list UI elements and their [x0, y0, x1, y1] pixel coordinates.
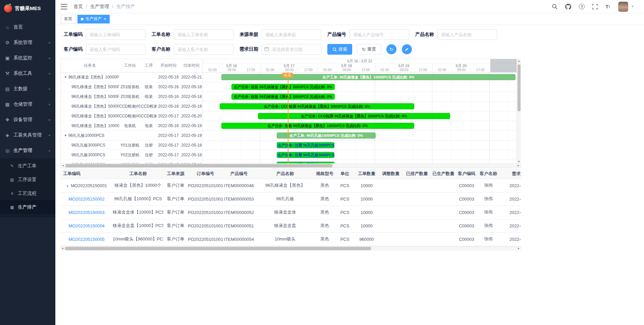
- github-icon[interactable]: [565, 4, 571, 10]
- sidebar-subitem[interactable]: ✎ 生产工单: [0, 159, 55, 173]
- gantt-bar[interactable]: 生产任务: 包装 96孔移液盒【黑色】10000PCS 完成比例: 0%: [221, 123, 414, 129]
- sidebar-toggle-icon[interactable]: [61, 4, 67, 9]
- gantt-grid-row[interactable]: 96孔移液盒【黑色】5000PCS Z02组装机 组装 2022-05-16 2…: [61, 92, 203, 102]
- work-order-link[interactable]: MO202205150005: [68, 237, 105, 242]
- scroll-up-icon[interactable]: ▲: [517, 60, 521, 62]
- breadcrumb-item[interactable]: 首页: [73, 4, 83, 10]
- filter-field: 产品名称: [415, 29, 497, 40]
- sidebar-item[interactable]: ▤ 主数据 ∨: [0, 81, 55, 97]
- sidebar-subitem[interactable]: ≡ 工艺流程: [0, 186, 55, 200]
- sidebar-item-label: 系统监控: [13, 55, 45, 61]
- search-icon[interactable]: [552, 4, 557, 9]
- gantt-bar[interactable]: 生产工单: 96孔孔板10000PCS 完成比例: 0%: [277, 132, 376, 139]
- gantt-vertical-scrollbar[interactable]: ▲ ▼: [517, 59, 521, 163]
- breadcrumb-item[interactable]: 生产排产: [116, 4, 135, 10]
- fullscreen-icon[interactable]: [592, 4, 598, 9]
- gantt-grid-row[interactable]: 96孔孔板3000PCS Y02注塑机 注塑 2022-05-17 2022-0…: [61, 150, 203, 160]
- scroll-down-icon[interactable]: ▼: [517, 160, 521, 163]
- expand-chevron-icon[interactable]: ∨: [66, 184, 69, 188]
- sidebar-subitem[interactable]: ▦ 生产排产: [0, 200, 55, 214]
- breadcrumb-item[interactable]: 生产管理: [90, 4, 109, 10]
- unit: PCS: [334, 232, 356, 246]
- day-label: 5月 17: [261, 63, 318, 68]
- scroll-left-icon[interactable]: ◄: [62, 164, 64, 167]
- timeline-week-label: 5月 16 - 5月 22: [203, 59, 517, 63]
- sidebar-item[interactable]: ⚙ 系统管理 ∨: [0, 35, 55, 50]
- gantt-grid-row[interactable]: 96孔移液盒【黑色】5000PCS Z01组装机 组装 2022-05-16 2…: [61, 82, 203, 92]
- hour-label: 01:00: [318, 68, 337, 72]
- sidebar-item[interactable]: ◈ 工装夹具管理 ∨: [0, 127, 55, 143]
- spec: 黑色: [315, 192, 334, 206]
- gantt-bar[interactable]: 生产任务: 注塑 96孔孔板3000PCS 完成比例: 0%: [277, 142, 334, 148]
- gantt-horizontal-scrollbar[interactable]: ◄ ►: [61, 163, 521, 168]
- filter-input[interactable]: [262, 29, 321, 40]
- refresh-gantt-button[interactable]: ↻: [386, 44, 396, 54]
- avatar-caret-icon[interactable]: ▼: [631, 5, 634, 8]
- adjust-qty: [378, 179, 404, 192]
- horizontal-scroll-thumb[interactable]: [65, 247, 371, 250]
- filter-input[interactable]: [262, 44, 321, 55]
- edit-schedule-button[interactable]: [402, 44, 412, 54]
- gantt-grid-row[interactable]: ▼ 96孔移液盒【黑色】10000PCS 2022-05-16 2022-05-…: [61, 72, 203, 82]
- gantt-bar[interactable]: 生产任务: 注塑 96孔孔板3000PCS 完成比例: 0%: [277, 152, 334, 158]
- vertical-scroll-thumb[interactable]: [518, 64, 521, 111]
- help-icon[interactable]: ?: [579, 4, 585, 9]
- gantt-bar[interactable]: 生产工单: 96孔移液盒【黑色】10000PCS 完成比例: 0%: [221, 74, 516, 80]
- reset-button[interactable]: ↻ 重置: [357, 44, 381, 55]
- filter-input[interactable]: [350, 29, 409, 40]
- sidebar-item[interactable]: ▦ 仓储管理 ∨: [0, 97, 55, 112]
- tab-label: 生产排产: [86, 16, 102, 22]
- sidebar-item-label: 系统工具: [13, 70, 45, 76]
- sidebar-item[interactable]: ◎ 生产管理 ∧: [0, 143, 55, 158]
- work-order-link[interactable]: MO202205150002: [68, 197, 105, 202]
- gantt-bar[interactable]: 生产任务: 注塑 96孔孔板3000PCS 完成比例: 0%: [277, 162, 334, 163]
- scroll-right-icon[interactable]: ►: [517, 164, 520, 167]
- sidebar-item[interactable]: ❖ 设备管理 ∨: [0, 112, 55, 127]
- tab[interactable]: 首页: [61, 15, 75, 23]
- item-no: ITEM00000051: [223, 219, 255, 232]
- timeline-day: 5月 16 01:00 09:00 17:00: [203, 63, 260, 72]
- gantt-grid-row[interactable]: 96孔孔板3000PCS Y01注塑机 注塑 2022-05-17 2022-0…: [61, 141, 203, 150]
- work-order-link[interactable]: MO202205150001: [71, 183, 107, 188]
- app-logo[interactable]: 苦糖果MES: [0, 0, 55, 17]
- close-icon[interactable]: ×: [104, 17, 106, 21]
- sidebar-item[interactable]: ⌂ 首页: [0, 19, 55, 35]
- sidebar-item[interactable]: ⚒ 系统工具 ∨: [0, 66, 55, 81]
- filter-input[interactable]: [174, 44, 233, 55]
- filter-input[interactable]: [174, 29, 233, 40]
- gantt-grid-row[interactable]: 96孔孔板3000PCS Y03注塑机 注塑 2022-05-17 2022-0…: [61, 160, 203, 163]
- scroll-left-icon[interactable]: ◄: [61, 247, 64, 250]
- orders-horizontal-scrollbar[interactable]: ◄ ►: [60, 246, 521, 251]
- sidebar-item[interactable]: ▣ 系统监控 ∨: [0, 50, 55, 66]
- task-start: 2022-05-16: [157, 94, 180, 99]
- horizontal-scroll-thumb[interactable]: [65, 164, 332, 167]
- filter-input[interactable]: [86, 44, 146, 55]
- task-end: 2022-05-19: [180, 104, 203, 109]
- chevron-icon: ∨: [48, 57, 51, 60]
- tab[interactable]: 生产排产 ×: [77, 15, 110, 23]
- filter-label: 工单编码: [64, 32, 83, 38]
- gantt-grid-row[interactable]: 96孔移液盒【黑色】5000PCS CCD检测#01 CCD检测 2022-05…: [61, 102, 203, 111]
- customer-code: C00003: [457, 219, 476, 232]
- work-order-link[interactable]: MO202205150003: [68, 210, 105, 215]
- gantt-grid-row[interactable]: 96孔移液盒【黑色】10000PCS 包装机 包装 2022-05-16 202…: [61, 121, 203, 131]
- gantt-bar[interactable]: 生产任务: CCD检测 96孔移液盒【黑色】5000PCS 完成比例: 0%: [220, 103, 414, 109]
- expand-chevron-icon[interactable]: ▼: [64, 134, 67, 137]
- gantt-bar[interactable]: 生产任务: 组装 96孔移液盒【黑色】5000PCS 完成比例: 0%: [231, 94, 335, 100]
- expand-chevron-icon[interactable]: ▼: [64, 75, 67, 79]
- scroll-right-icon[interactable]: ►: [518, 247, 520, 250]
- filter-input[interactable]: [86, 29, 146, 40]
- sidebar-item-label: 生产管理: [13, 148, 45, 154]
- task-process: CCD检测: [141, 113, 157, 119]
- sidebar-subitem[interactable]: ▤ 工序设置: [0, 173, 55, 186]
- work-order-link[interactable]: MO202205150004: [68, 223, 105, 228]
- gantt-bar[interactable]: 生产任务: 组装 96孔移液盒【黑色】5000PCS 完成比例: 0%: [231, 84, 335, 90]
- gantt-bar[interactable]: 生产任务: CCD检测 96孔移液盒【黑色】5000PCS 完成比例: 0%: [258, 113, 450, 119]
- breadcrumb-separator: /: [86, 4, 87, 9]
- search-button[interactable]: 搜索: [327, 44, 352, 55]
- gantt-grid-row[interactable]: 96孔移液盒【黑色】5000PCS CCD检测#02 CCD检测 2022-05…: [61, 111, 203, 121]
- font-size-icon[interactable]: TT: [605, 4, 610, 10]
- filter-input[interactable]: [437, 29, 497, 40]
- user-avatar[interactable]: [618, 2, 628, 12]
- gantt-grid-row[interactable]: ▼ 96孔孔板10000PCS 2022-05-17 2022-05-19: [61, 131, 203, 141]
